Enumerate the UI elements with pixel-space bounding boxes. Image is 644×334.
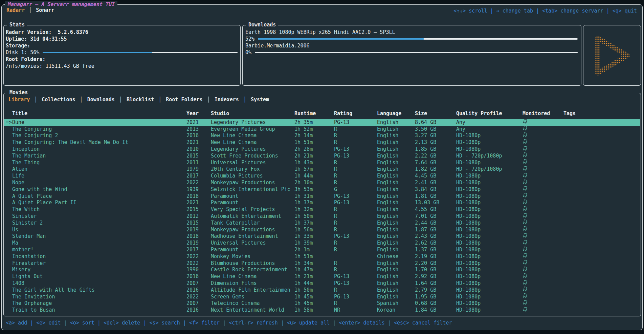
table-row[interactable]: Inception2010Legendary Pictures2h 28mPG-… [4,146,640,152]
cell-language: English [377,153,415,159]
table-row[interactable]: The Conjuring2013Evergreen Media Group1h… [4,126,640,132]
servarr-tab-sonarr[interactable]: Sonarr [36,7,54,13]
tab-blocklist[interactable]: Blocklist [127,97,154,103]
table-row[interactable]: The Invitation2022Screen Gems1h 45mPG-13… [4,293,640,300]
table-row[interactable]: Firestarter2022Blumhouse Productions1h 3… [4,260,640,267]
movies-panel: Movies Library│Collections│Downloads│Blo… [3,93,641,316]
cell-monitored [523,287,563,293]
cell-language: English [377,280,415,286]
cell-language: English [377,260,415,266]
cell-studio: Blumhouse Productions [211,260,294,266]
bookmark-icon [523,240,528,245]
table-row[interactable]: Ma2019Universal Pictures1h 39mREnglish2.… [4,239,640,246]
tab-root-folders[interactable]: Root Folders [166,97,202,103]
table-row[interactable]: The Martian2015Scott Free Productions2h … [4,152,640,159]
cell-title: Slender Man [12,233,186,239]
cell-title: The Martian [12,153,186,159]
cell-rating: R [334,220,377,226]
cell-year: 2011 [186,160,211,166]
cell-title: Gone with the Wind [12,186,186,192]
tab-system[interactable]: System [251,97,269,103]
cell-title: The Girl with All the Gifts [12,287,186,293]
table-row[interactable]: Slender Man2018Madhouse Entertainment1h … [4,233,640,240]
cell-language: English [377,186,415,192]
servarr-tabs: Radarr│Sonarr [6,7,54,13]
table-row[interactable]: Misery1990Castle Rock Entertainment1h 47… [4,267,640,273]
tab-separator: │ [119,97,122,103]
cell-title: Firestarter [12,260,186,266]
table-row[interactable]: Gone with the Wind1939Selznick Internati… [4,186,640,193]
bookmark-icon [523,132,528,138]
cell-runtime: 1h 21m [294,273,334,279]
cell-rating: R [334,180,377,186]
bookmark-icon [523,280,528,286]
cell-year: 2012 [186,213,211,219]
cell-title: Sinister 2 [12,220,186,226]
table-row[interactable]: Train to Busan2016Next Entertainment Wor… [4,307,640,313]
header-monitored: Monitored [523,110,563,117]
bookmark-icon [523,213,528,218]
cell-year: 2022 [186,253,211,259]
table-row[interactable]: Nope2022Monkeypaw Productions2h 10mREngl… [4,179,640,186]
tab-indexers[interactable]: Indexers [215,97,239,103]
cell-quality-profile: HD - 720p/1080p [456,166,523,172]
table-row[interactable]: The Conjuring 22016New Line Cinema2h 14m… [4,132,640,139]
cell-runtime: 1h 31m [294,193,334,199]
bookmark-icon [523,233,528,238]
table-row[interactable]: The Witch2015Very Special Projects1h 32m… [4,206,640,213]
cell-studio: Universal Pictures [211,240,294,246]
cell-runtime: 3h 53m [294,186,334,192]
tab-collections[interactable]: Collections [42,97,75,103]
tab-separator: │ [158,97,161,103]
table-row[interactable]: Sinister2012Automatik Entertainment1h 50… [4,213,640,220]
cell-size: 1.95 GB [415,294,456,300]
cell-studio: Evergreen Media Group [211,126,294,132]
header-size: Size [415,110,456,117]
cell-monitored [523,213,563,220]
stats-panel: Stats Radarr Version: 5.2.6.8376 Uptime:… [3,25,241,86]
cell-runtime: 1h 37m [294,200,334,206]
cell-runtime: 1h 56m [294,227,334,233]
cell-quality-profile: HD-1080p [456,280,523,286]
table-row[interactable]: The Orphanage2007Telecinco Cinema1h 45mR… [4,300,640,307]
table-row[interactable]: =>Dune2021Legendary Pictures2h 35mPG-13E… [4,119,640,126]
cell-year: 2022 [186,260,211,266]
cell-monitored [523,206,563,213]
cell-language: English [377,132,415,139]
table-row[interactable]: Life2017Columbia Pictures1h 44mREnglish4… [4,172,640,179]
cell-studio: New Line Cinema [211,132,294,139]
table-row[interactable]: The Conjuring: The Devil Made Me Do It20… [4,139,640,146]
bookmark-icon [523,126,528,131]
cell-studio: Scott Free Productions [211,153,294,159]
cell-quality-profile: HD-1080p [456,287,523,293]
cell-quality-profile: HD-1080p [456,267,523,273]
cell-studio: Monkeypaw Productions [211,180,294,186]
tab-downloads[interactable]: Downloads [87,97,115,103]
cell-rating: NR [334,307,377,313]
cell-title: The Conjuring 2 [12,132,186,139]
table-row[interactable]: The Thing2011Universal Pictures1h 43mREn… [4,159,640,166]
cell-rating: PG-13 [334,233,377,239]
table-row[interactable]: Incantation2022Monkey Movies1h 51mChines… [4,253,640,260]
cell-title: Incantation [12,253,186,259]
cell-year: 2015 [186,153,211,159]
table-row[interactable]: mother!2017Paramount2h 1mREnglish1.37 GB… [4,246,640,253]
servarr-tab-radarr[interactable]: Radarr [6,7,25,13]
table-row[interactable]: Alien197920th Century Fox1h 57mREnglish1… [4,166,640,173]
table-row[interactable]: A Quiet Place2018Paramount1h 31mPG-13Eng… [4,193,640,200]
cell-monitored [523,293,563,300]
tab-library[interactable]: Library [8,97,30,103]
root-folders-label: Root Folders: [6,56,238,63]
cell-studio: Screen Gems [211,294,294,300]
cell-monitored [523,273,563,280]
table-row[interactable]: 14082007Dimension Films1h 44mPG-13Englis… [4,280,640,287]
table-row[interactable]: Lights Out2016New Line Cinema1h 21mPG-13… [4,273,640,280]
cell-language: English [377,240,415,246]
table-row[interactable]: Sinister 22015Tank Caterpillar1h 37mREng… [4,220,640,226]
table-row[interactable]: A Quiet Place Part II2021Paramount1h 37m… [4,200,640,206]
cell-size: 3.84 GB [415,186,456,192]
bookmark-icon [523,260,528,265]
table-row[interactable]: Us2019Monkeypaw Productions1h 56mREnglis… [4,226,640,233]
table-row[interactable]: The Girl with All the Gifts2016Altitude … [4,287,640,293]
header-quality-profile: Quality Profile [456,110,523,117]
